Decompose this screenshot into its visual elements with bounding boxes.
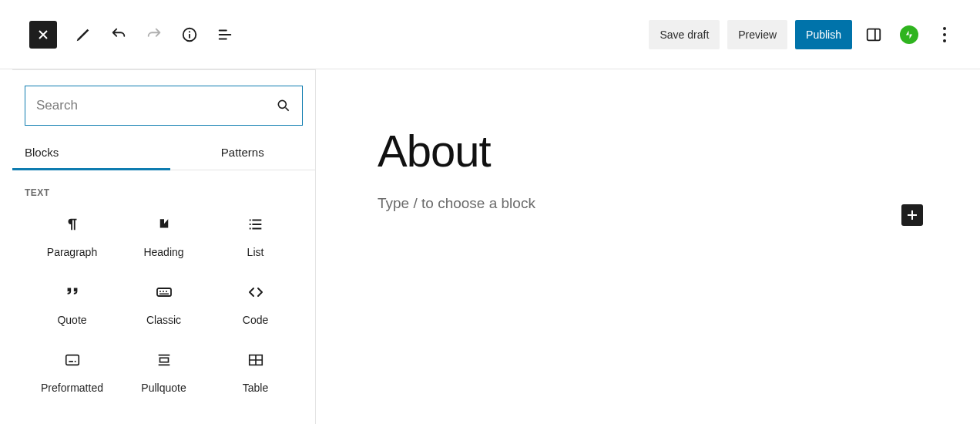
svg-rect-13 — [159, 358, 168, 362]
search-icon — [276, 98, 291, 113]
close-icon — [37, 29, 49, 41]
svg-point-1 — [189, 31, 190, 32]
main-area: Blocks Patterns TEXT Paragraph Heading — [0, 69, 980, 424]
block-label: Quote — [57, 314, 86, 326]
svg-rect-2 — [189, 34, 190, 39]
plus-icon — [906, 209, 918, 221]
svg-rect-12 — [65, 355, 79, 365]
redo-button[interactable] — [145, 25, 163, 44]
publish-button[interactable]: Publish — [795, 20, 852, 49]
block-grid: Paragraph Heading List Quote — [12, 204, 315, 394]
svg-line-6 — [286, 108, 289, 111]
block-table[interactable]: Table — [210, 349, 301, 394]
paragraph-icon — [62, 214, 83, 235]
block-code[interactable]: Code — [210, 281, 301, 326]
block-label: Classic — [146, 314, 181, 326]
block-label: Preformatted — [41, 382, 103, 394]
save-draft-button[interactable]: Save draft — [649, 20, 720, 49]
code-icon — [245, 281, 267, 303]
table-icon — [245, 349, 267, 371]
block-classic[interactable]: Classic — [118, 281, 210, 326]
undo-icon — [110, 26, 127, 43]
search-field-wrap — [25, 86, 303, 126]
svg-rect-11 — [159, 294, 169, 295]
editor-canvas: About Type / to choose a block — [316, 69, 980, 424]
category-label: TEXT — [12, 170, 315, 204]
preformatted-icon — [62, 349, 83, 371]
block-label: Code — [243, 314, 268, 326]
undo-button[interactable] — [109, 25, 128, 44]
svg-rect-3 — [868, 29, 881, 40]
pullquote-icon — [153, 349, 175, 371]
block-preformatted[interactable]: Preformatted — [26, 349, 118, 394]
kebab-icon — [943, 27, 946, 42]
tab-blocks[interactable]: Blocks — [12, 136, 170, 170]
jetpack-icon — [900, 25, 918, 44]
block-label: Pullquote — [141, 382, 186, 394]
block-heading[interactable]: Heading — [118, 214, 210, 258]
jetpack-button[interactable] — [895, 21, 923, 49]
svg-point-5 — [278, 100, 286, 108]
block-pullquote[interactable]: Pullquote — [118, 349, 210, 394]
block-paragraph[interactable]: Paragraph — [26, 214, 118, 258]
svg-rect-7 — [157, 288, 171, 296]
more-menu-button[interactable] — [931, 21, 958, 49]
edit-button[interactable] — [74, 25, 92, 44]
quote-icon — [62, 281, 83, 303]
svg-point-9 — [163, 291, 164, 292]
add-block-button[interactable] — [901, 204, 923, 226]
block-inserter-sidebar: Blocks Patterns TEXT Paragraph Heading — [12, 69, 316, 424]
svg-point-8 — [159, 291, 161, 292]
block-quote[interactable]: Quote — [26, 281, 118, 326]
block-list[interactable]: List — [210, 214, 301, 258]
info-icon — [181, 26, 198, 43]
classic-icon — [153, 281, 175, 303]
pencil-icon — [75, 26, 92, 43]
top-toolbar: Save draft Preview Publish — [0, 0, 980, 69]
svg-point-10 — [166, 291, 167, 292]
block-label: Paragraph — [47, 246, 97, 258]
tab-patterns[interactable]: Patterns — [170, 136, 316, 170]
info-button[interactable] — [180, 25, 199, 44]
close-button[interactable] — [29, 21, 57, 49]
block-placeholder[interactable]: Type / to choose a block — [378, 195, 926, 212]
inserter-tabs: Blocks Patterns — [12, 136, 315, 170]
redo-icon — [146, 26, 163, 43]
heading-icon — [153, 214, 175, 235]
search-input[interactable] — [36, 98, 276, 113]
toolbar-right: Save draft Preview Publish — [649, 20, 958, 49]
outline-icon — [216, 26, 233, 43]
settings-panel-toggle[interactable] — [860, 21, 888, 49]
outline-button[interactable] — [216, 25, 234, 44]
toolbar-left — [29, 21, 234, 49]
block-label: Heading — [143, 246, 183, 258]
list-icon — [245, 214, 267, 235]
preview-button[interactable]: Preview — [727, 20, 787, 49]
page-title[interactable]: About — [378, 125, 926, 177]
block-label: Table — [243, 382, 268, 394]
block-label: List — [247, 246, 264, 258]
sidebar-panel-icon — [865, 26, 882, 43]
